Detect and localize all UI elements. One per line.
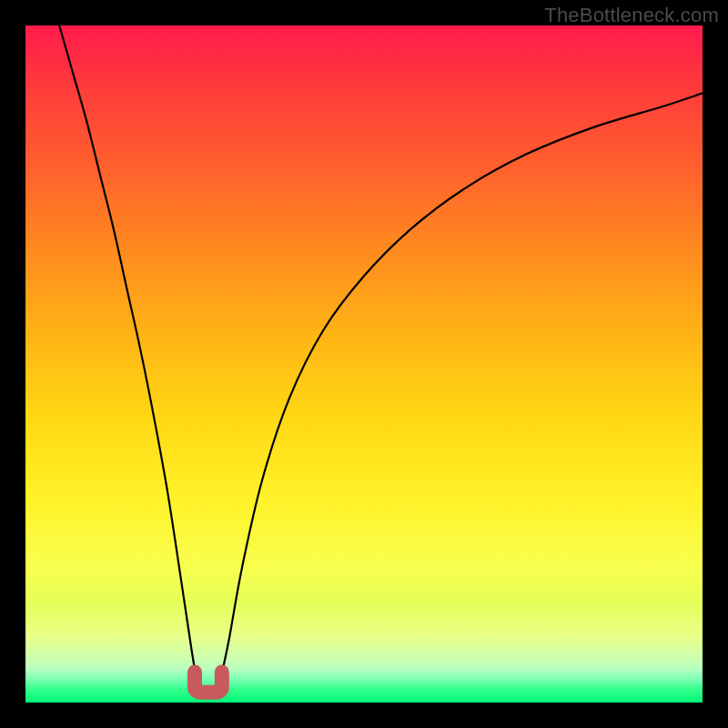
valley-marker: [195, 672, 222, 693]
curve-layer: [25, 25, 703, 703]
plot-area: [25, 25, 703, 703]
chart-frame: TheBottleneck.com: [0, 0, 728, 728]
curve-right-branch: [218, 93, 703, 689]
watermark-text: TheBottleneck.com: [544, 4, 719, 27]
curve-left-branch: [59, 25, 198, 689]
